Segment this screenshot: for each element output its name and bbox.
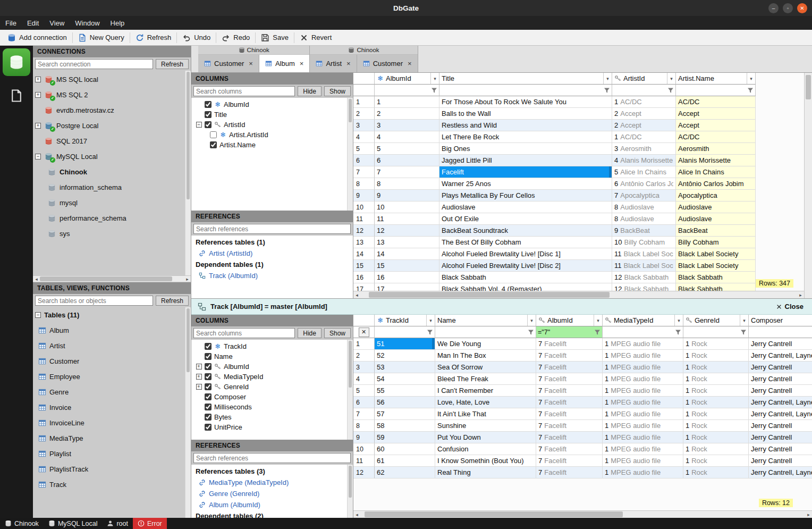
column-header-albumid[interactable]: ❄AlbumId▾ bbox=[375, 73, 439, 85]
cell-artist-name[interactable]: Black Label Society bbox=[676, 248, 756, 260]
row-number[interactable]: 9 bbox=[353, 190, 375, 201]
cell-artist-name[interactable]: Accept bbox=[676, 108, 756, 120]
cell-title[interactable]: For Those About To Rock We Salute You bbox=[439, 96, 612, 108]
cell-albumid[interactable]: 4 bbox=[375, 131, 439, 143]
cell-artist-name[interactable]: Antônio Carlos Jobim bbox=[676, 178, 756, 190]
sidebar-hscrollbar[interactable]: ◂ ▸ bbox=[33, 275, 191, 282]
column-item-name[interactable]: Name bbox=[191, 351, 353, 362]
column-item-genreid[interactable]: +GenreId bbox=[191, 382, 353, 392]
cell-trackid[interactable]: 55 bbox=[375, 385, 435, 397]
column-item-trackid[interactable]: ❄TrackId bbox=[191, 341, 353, 351]
column-item-bytes[interactable]: Bytes bbox=[191, 412, 353, 422]
cell-artist-name[interactable]: AC/DC bbox=[676, 131, 756, 143]
row-number[interactable]: 2 bbox=[353, 350, 375, 362]
column-header-artistid[interactable]: ArtistId▾ bbox=[612, 73, 676, 85]
cell-albumid[interactable]: 10 bbox=[375, 201, 439, 213]
table-item-playlist[interactable]: Playlist bbox=[33, 446, 191, 461]
cell-albumid[interactable]: 9 bbox=[375, 190, 439, 201]
cell-genreid[interactable]: 1Rock bbox=[683, 432, 749, 443]
cell-artistid[interactable]: 4Alanis Morissette bbox=[612, 155, 676, 166]
cell-artist-name[interactable]: Audioslave bbox=[676, 201, 756, 213]
row-number[interactable]: 13 bbox=[353, 237, 375, 248]
table-item-mediatype[interactable]: MediaType bbox=[33, 431, 191, 446]
cell-name[interactable]: Man In The Box bbox=[435, 350, 536, 362]
cell-trackid[interactable]: 61 bbox=[375, 455, 435, 467]
cell-albumid[interactable]: 14 bbox=[375, 248, 439, 260]
row-number[interactable]: 7 bbox=[353, 408, 375, 420]
connection-item-evrdb-metrostav-cz[interactable]: +evrdb.metrostav.cz bbox=[33, 103, 191, 118]
cell-mediatypeid[interactable]: 1MPEG audio file bbox=[603, 397, 683, 408]
cell-albumid[interactable]: 7Facelift bbox=[536, 467, 603, 478]
filter-input-name[interactable] bbox=[435, 326, 536, 338]
cell-artist-name[interactable]: Alanis Morissette bbox=[676, 155, 756, 166]
row-number[interactable]: 5 bbox=[353, 385, 375, 397]
column-checkbox[interactable] bbox=[205, 383, 212, 390]
tab-close-icon[interactable]: × bbox=[300, 60, 304, 68]
chevron-down-icon[interactable]: ▾ bbox=[740, 315, 748, 326]
cell-mediatypeid[interactable]: 1MPEG audio file bbox=[603, 362, 683, 373]
column-checkbox[interactable] bbox=[205, 343, 212, 350]
cell-artist-name[interactable]: Alice In Chains bbox=[676, 166, 756, 178]
cell-mediatypeid[interactable]: 1MPEG audio file bbox=[603, 385, 683, 397]
hide-button[interactable]: Hide bbox=[298, 86, 322, 96]
cell-trackid[interactable]: 62 bbox=[375, 467, 435, 478]
database-item-information-schema[interactable]: +information_schema bbox=[33, 180, 191, 195]
cell-albumid[interactable]: 7Facelift bbox=[536, 443, 603, 455]
maximize-icon[interactable]: ▫ bbox=[783, 3, 793, 13]
column-item-artist-artistid[interactable]: ❄Artist.ArtistId bbox=[191, 130, 353, 140]
cell-mediatypeid[interactable]: 1MPEG audio file bbox=[603, 408, 683, 420]
expander-icon[interactable]: + bbox=[35, 92, 41, 98]
cell-name[interactable]: I Know Somethin (Bout You) bbox=[435, 455, 536, 467]
cell-title[interactable]: Alcohol Fueled Brewtality Live! [Disc 1] bbox=[439, 248, 612, 260]
chevron-down-icon[interactable]: ▾ bbox=[667, 73, 675, 84]
cell-albumid[interactable]: 7 bbox=[375, 166, 439, 178]
tab-customer[interactable]: Customer× bbox=[357, 55, 418, 72]
cell-genreid[interactable]: 1Rock bbox=[683, 385, 749, 397]
column-item-unitprice[interactable]: UnitPrice bbox=[191, 422, 353, 432]
row-number[interactable]: 1 bbox=[353, 96, 375, 108]
row-number[interactable]: 10 bbox=[353, 201, 375, 213]
cell-title[interactable]: Black Sabbath Vol. 4 (Remaster) bbox=[439, 283, 612, 291]
table-item-track[interactable]: Track bbox=[33, 477, 191, 492]
cell-artistid[interactable]: 2Accept bbox=[612, 108, 676, 120]
connection-item-postgre-local[interactable]: +✓Postgre Local bbox=[33, 118, 191, 133]
columns-search-input[interactable] bbox=[193, 328, 295, 338]
column-checkbox[interactable] bbox=[205, 404, 212, 410]
close-detail-button[interactable]: Close bbox=[776, 303, 806, 310]
table-item-customer[interactable]: Customer bbox=[33, 354, 191, 369]
cell-artistid[interactable]: 8Audioslave bbox=[612, 213, 676, 225]
cell-genreid[interactable]: 1Rock bbox=[683, 467, 749, 478]
cell-albumid[interactable]: 13 bbox=[375, 237, 439, 248]
column-checkbox[interactable] bbox=[210, 141, 217, 148]
cell-artistid[interactable]: 12Black Sabbath bbox=[612, 272, 676, 283]
chevron-down-icon[interactable]: ▾ bbox=[674, 315, 683, 326]
cell-trackid[interactable]: 51 bbox=[375, 338, 435, 350]
query-files-button[interactable] bbox=[10, 89, 23, 103]
chevron-down-icon[interactable]: ▾ bbox=[747, 73, 755, 84]
filter-input-mediatypeid[interactable] bbox=[603, 326, 683, 338]
cell-artistid[interactable]: 9BackBeat bbox=[612, 225, 676, 237]
cell-albumid[interactable]: 7Facelift bbox=[536, 385, 603, 397]
track-grid-hscrollbar[interactable]: ◂ ▸ bbox=[353, 510, 812, 518]
cell-genreid[interactable]: 1Rock bbox=[683, 443, 749, 455]
cell-artistid[interactable]: 3Aerosmith bbox=[612, 143, 676, 155]
chevron-down-icon[interactable]: ▾ bbox=[430, 73, 439, 84]
cell-albumid[interactable]: 7Facelift bbox=[536, 432, 603, 443]
cell-composer[interactable]: Jerry Cantrell, Layne Staley bbox=[749, 397, 812, 408]
expander-icon[interactable]: + bbox=[35, 123, 41, 129]
chevron-down-icon[interactable]: ▾ bbox=[426, 315, 435, 326]
cell-title[interactable]: Big Ones bbox=[439, 143, 612, 155]
filter-input-albumid[interactable] bbox=[375, 85, 439, 96]
cell-mediatypeid[interactable]: 1MPEG audio file bbox=[603, 455, 683, 467]
cell-title[interactable]: Audioslave bbox=[439, 201, 612, 213]
row-number[interactable]: 6 bbox=[353, 155, 375, 166]
cell-artistid[interactable]: 12Black Sabbath bbox=[612, 283, 676, 291]
expander-icon[interactable]: − bbox=[35, 154, 41, 159]
filter-input-composer[interactable] bbox=[749, 326, 812, 338]
cell-name[interactable]: Sea Of Sorrow bbox=[435, 362, 536, 373]
row-number[interactable]: 5 bbox=[353, 143, 375, 155]
filter-input-genreid[interactable] bbox=[683, 326, 749, 338]
cell-albumid[interactable]: 16 bbox=[375, 272, 439, 283]
database-item-mysql[interactable]: +mysql bbox=[33, 195, 191, 211]
column-checkbox[interactable] bbox=[205, 414, 212, 421]
